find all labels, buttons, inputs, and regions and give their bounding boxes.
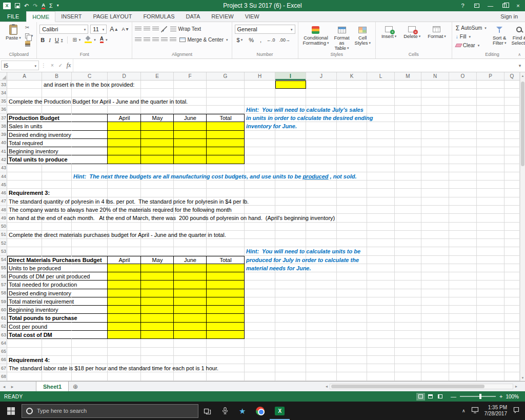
copy-button[interactable] xyxy=(24,32,34,39)
cell-H35[interactable] xyxy=(245,97,275,106)
cell-G42[interactable] xyxy=(207,155,245,164)
cell-A66[interactable] xyxy=(7,356,42,364)
row-header-57[interactable]: 57 xyxy=(0,281,7,289)
cell-Q38[interactable] xyxy=(504,122,520,130)
cell-Q65[interactable] xyxy=(504,348,520,356)
cell-K65[interactable] xyxy=(337,348,367,356)
cell-H48[interactable] xyxy=(245,206,275,214)
cell-D44[interactable] xyxy=(108,172,141,181)
cell-G62[interactable] xyxy=(207,323,245,331)
cell-A64[interactable] xyxy=(7,339,42,347)
cell-A43[interactable] xyxy=(7,164,42,172)
app-icon-blue[interactable] xyxy=(234,402,251,420)
cell-E40[interactable] xyxy=(141,139,174,147)
cell-P34[interactable] xyxy=(477,89,504,97)
cell-Q46[interactable] xyxy=(504,189,520,197)
cell-J44[interactable] xyxy=(306,172,337,181)
cell-M35[interactable] xyxy=(395,97,421,106)
cell-F39[interactable] xyxy=(174,131,207,139)
cell-J35[interactable] xyxy=(306,97,337,106)
cell-M57[interactable] xyxy=(395,281,421,289)
cell-B60[interactable] xyxy=(42,306,72,314)
cell-L59[interactable] xyxy=(367,297,395,306)
cell-O64[interactable] xyxy=(449,339,477,347)
cell-E67[interactable] xyxy=(141,364,174,372)
cell-J40[interactable] xyxy=(306,139,337,147)
cell-L34[interactable] xyxy=(367,89,395,97)
cell-H44[interactable] xyxy=(245,172,275,181)
cell-E51[interactable] xyxy=(141,231,174,239)
action-center-icon[interactable] xyxy=(513,406,520,415)
comma-button[interactable]: , xyxy=(258,35,264,45)
cell-D35[interactable] xyxy=(108,97,141,106)
cell-E38[interactable] xyxy=(141,122,174,130)
cell-A57[interactable] xyxy=(7,281,42,289)
cell-G49[interactable] xyxy=(207,214,245,222)
cell-D33[interactable] xyxy=(108,81,141,89)
row-header-60[interactable]: 60 xyxy=(0,306,7,314)
cell-N58[interactable] xyxy=(421,289,449,297)
cell-M58[interactable] xyxy=(395,289,421,297)
cell-C34[interactable] xyxy=(72,89,108,97)
cell-K66[interactable] xyxy=(337,356,367,364)
cell-K64[interactable] xyxy=(337,339,367,347)
cell-O65[interactable] xyxy=(449,348,477,356)
cell-D36[interactable] xyxy=(108,106,141,114)
cell-Q39[interactable] xyxy=(504,131,520,139)
wrap-text-button[interactable]: Wrap Text xyxy=(169,26,202,32)
cell-G36[interactable] xyxy=(207,106,245,114)
cell-M51[interactable] xyxy=(395,231,421,239)
cell-E61[interactable] xyxy=(141,314,174,322)
cell-H41[interactable] xyxy=(245,147,275,155)
merge-center-button[interactable]: Merge & Center xyxy=(178,37,229,43)
cell-H36[interactable] xyxy=(245,106,275,114)
row-header-55[interactable]: 55 xyxy=(0,264,7,272)
cell-M59[interactable] xyxy=(395,297,421,306)
cell-I39[interactable] xyxy=(275,131,306,139)
cell-Q36[interactable] xyxy=(504,106,520,114)
cell-O44[interactable] xyxy=(449,172,477,181)
cell-H49[interactable] xyxy=(245,214,275,222)
row-header-42[interactable]: 42 xyxy=(0,155,7,164)
cell-L68[interactable] xyxy=(367,372,395,381)
cell-C68[interactable] xyxy=(72,372,108,381)
cell-B58[interactable] xyxy=(42,289,72,297)
cell-P43[interactable] xyxy=(477,164,504,172)
cell-P38[interactable] xyxy=(477,122,504,130)
cell-Q37[interactable] xyxy=(504,114,520,122)
cell-A49[interactable] xyxy=(7,214,42,222)
row-header-34[interactable]: 34 xyxy=(0,89,7,97)
cell-F60[interactable] xyxy=(174,306,207,314)
cell-K45[interactable] xyxy=(337,181,367,189)
find-select-button[interactable]: Find & Select xyxy=(510,24,525,46)
cell-L63[interactable] xyxy=(367,331,395,339)
cell-Q47[interactable] xyxy=(504,197,520,206)
cell-M60[interactable] xyxy=(395,306,421,314)
cell-F48[interactable] xyxy=(174,206,207,214)
cell-J64[interactable] xyxy=(306,339,337,347)
cell-E68[interactable] xyxy=(141,372,174,381)
cell-E59[interactable] xyxy=(141,297,174,306)
cell-D53[interactable] xyxy=(108,247,141,255)
cell-H42[interactable] xyxy=(245,155,275,164)
cell-D58[interactable] xyxy=(108,289,141,297)
format-painter-button[interactable] xyxy=(24,40,34,48)
cell-G39[interactable] xyxy=(207,131,245,139)
cell-N65[interactable] xyxy=(421,348,449,356)
cell-D60[interactable] xyxy=(108,306,141,314)
cell-J66[interactable] xyxy=(306,356,337,364)
button-insert[interactable]: Insert xyxy=(378,24,399,40)
cell-Q57[interactable] xyxy=(504,281,520,289)
cell-I67[interactable] xyxy=(275,364,306,372)
sheet-nav-right-icon[interactable] xyxy=(8,384,16,389)
cell-A38[interactable] xyxy=(7,122,42,130)
cell-F40[interactable] xyxy=(174,139,207,147)
cell-O41[interactable] xyxy=(449,147,477,155)
cell-L56[interactable] xyxy=(367,272,395,281)
cell-C38[interactable] xyxy=(72,122,108,130)
cell-N41[interactable] xyxy=(421,147,449,155)
cell-M68[interactable] xyxy=(395,372,421,381)
taskbar-clock[interactable]: 1:35 PM 7/28/2017 xyxy=(484,405,508,417)
cell-A33[interactable] xyxy=(7,81,42,89)
cell-I55[interactable] xyxy=(275,264,306,272)
